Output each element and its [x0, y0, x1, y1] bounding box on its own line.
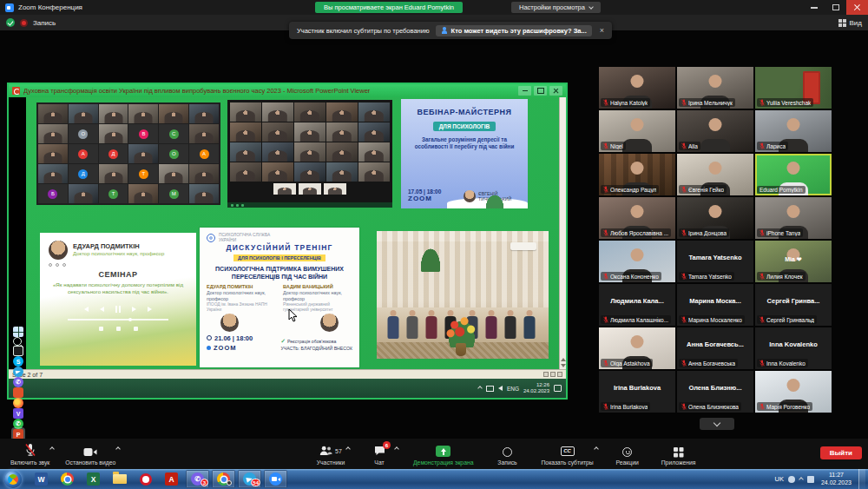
gallery-cell [128, 104, 158, 123]
plant-decoration [418, 244, 443, 272]
gallery-cell: В [128, 124, 158, 143]
ppt-window-title: Духовна трансформація освіти України під… [23, 87, 515, 95]
record-button[interactable]: Запись [485, 441, 529, 466]
participants-button[interactable]: 57 Участники [309, 441, 352, 466]
language-indicator[interactable]: UK [775, 475, 784, 483]
muted-mic-icon [760, 99, 765, 106]
gallery-cell: О [69, 124, 98, 143]
muted-mic-icon [681, 316, 687, 323]
participant-tile[interactable]: Любов Ярославівна ... [599, 197, 675, 239]
taskbar-app-icon[interactable] [108, 470, 131, 488]
participant-tile[interactable]: Сергей Гринва... Сергей Гринвальд [755, 284, 832, 326]
tray-volume-icon[interactable] [807, 476, 814, 483]
muted-mic-icon [603, 273, 608, 280]
participant-name-label: Анна Богачевська [679, 359, 738, 367]
close-button[interactable] [846, 0, 868, 15]
participant-tile[interactable]: Ірина Мельничук [677, 67, 753, 109]
toast-close-icon[interactable]: × [600, 26, 604, 35]
reactions-button[interactable]: Реакции [606, 441, 649, 466]
taskbar-app-icon[interactable]: ✆ 3 [186, 470, 209, 488]
participant-tile[interactable]: iPhone Tanya [755, 197, 832, 239]
video-options-chevron-icon[interactable] [115, 446, 121, 452]
view-button[interactable]: Вид [838, 19, 862, 27]
gallery-cell [294, 102, 326, 122]
participant-name-label: Сергей Гринвальд [757, 315, 817, 324]
training-speaker2-name: ВАДИМ ВАНИЦЬКИЙ [283, 284, 352, 289]
participants-gallery: Halyna Katolyk Ірина Мельничук [599, 67, 832, 413]
remote-app-icon: V [13, 408, 23, 419]
zoom-app-icon [5, 3, 14, 12]
participant-name-label: Олена Близнюкова [679, 402, 741, 411]
webinar-poster: ВЕБІНАР-МАЙСТЕРНЯ ДЛЯ ПСИХОЛОГІВ Загальн… [401, 99, 528, 208]
unmute-button[interactable]: Включить звук [3, 441, 56, 466]
taskbar-app-icon[interactable]: 54 [238, 470, 261, 488]
gallery-next-page-button[interactable] [700, 418, 734, 430]
tray-expand-icon[interactable] [799, 477, 804, 482]
remote-app-icon [13, 337, 22, 346]
muted-mic-icon [603, 229, 608, 236]
start-button[interactable] [4, 471, 22, 488]
taskbar-app-icon[interactable] [264, 470, 287, 488]
participant-tile[interactable]: Alla [677, 110, 753, 152]
participants-chevron-icon[interactable] [345, 446, 351, 452]
participant-tile[interactable]: Nigel [599, 110, 675, 152]
participant-tile[interactable]: Inna Kovalenko Inna Kovalenko [755, 327, 832, 369]
participant-tile[interactable]: Лариса [755, 110, 832, 152]
maximize-button[interactable] [825, 0, 846, 15]
minimize-button[interactable] [803, 0, 825, 15]
participant-name-label: Людмила Калашніко... [601, 315, 671, 324]
captions-chevron-icon[interactable] [594, 446, 599, 452]
participant-tile[interactable]: Оксана Кононенко [599, 241, 675, 282]
mouse-cursor-icon [288, 309, 298, 322]
participant-tile[interactable]: Марина Моска... Марина Москаленко [677, 284, 753, 326]
participant-tile[interactable]: Анна Богачевсь... Анна Богачевська [677, 327, 753, 369]
view-settings-button[interactable]: Настройки просмотра [511, 2, 601, 13]
taskbar-app-icon[interactable] [134, 470, 157, 488]
remote-language-indicator: ENG [507, 386, 519, 392]
participant-tile[interactable]: Марія Роговенко [755, 371, 832, 413]
taskbar-app-icon[interactable] [56, 470, 79, 488]
participant-tile[interactable]: Irina Burlakova Irina Burlakova [599, 371, 675, 413]
participant-tile[interactable]: Mia ❤ Лилия Клочек [755, 241, 832, 282]
participant-tile[interactable]: Олена Близню... Олена Близнюкова [677, 371, 753, 413]
participant-tile[interactable]: Олександр Рацул [599, 154, 675, 195]
taskbar-clock[interactable]: 11:27 24.02.2023 [821, 472, 852, 487]
chat-chevron-icon[interactable] [394, 446, 399, 452]
participant-tile[interactable]: Eduard Pomytkin [755, 154, 832, 195]
webinar-speaker-photo [464, 190, 476, 202]
tray-network-icon[interactable] [788, 476, 795, 483]
muted-mic-icon [681, 273, 687, 280]
show-desktop-button[interactable] [858, 469, 865, 489]
participant-display-name: Людмила Кала... [599, 284, 675, 317]
participant-tile[interactable]: Євгенія Гейко [677, 154, 753, 195]
participant-tile[interactable]: Yuliia Vereshchak [755, 67, 832, 109]
taskbar-app-icon[interactable]: A [160, 470, 183, 488]
share-screen-button[interactable]: Демонстрация экрана [406, 441, 480, 466]
encryption-shield-icon [6, 18, 15, 27]
taskbar-app-icon[interactable]: W [30, 470, 53, 488]
webinar-datetime: 17.05 | 18:00 [408, 188, 441, 195]
taskbar-app-icon[interactable]: X [82, 470, 105, 488]
participant-tile[interactable]: Ірина Донцова [677, 197, 753, 239]
gallery-cell [128, 144, 158, 163]
participant-name-label: Olga Astakhova [601, 359, 653, 367]
ppt-view-buttons [543, 372, 562, 377]
captions-button[interactable]: CC Показать субтитры [534, 441, 600, 466]
participant-tile[interactable]: Tamara Yatsenko Tamara Yatsenko [677, 241, 753, 282]
transcript-visibility-link[interactable]: Кто может видеть эту расшифровку? За... [436, 25, 592, 36]
participant-tile[interactable]: Людмила Кала... Людмила Калашніко... [599, 284, 675, 326]
audio-options-chevron-icon[interactable] [49, 446, 55, 452]
training-poster: ПСИХОЛОГІЧНА СЛУЖБА УКРАЇНИ ДИСКУСІЙНИЙ … [200, 228, 359, 367]
ppt-minimize-icon [518, 86, 531, 96]
leave-meeting-button[interactable]: Выйти [820, 446, 862, 459]
chat-button[interactable]: 6 Чат [358, 441, 401, 466]
participant-tile[interactable]: Olga Astakhova [599, 327, 675, 369]
muted-mic-icon [760, 229, 765, 236]
person-icon [441, 27, 448, 34]
participant-name-label: Tamara Yatsenko [679, 272, 734, 281]
muted-mic-icon [681, 403, 687, 410]
apps-button[interactable]: Приложения [654, 441, 703, 466]
participant-tile[interactable]: Halyna Katolyk [599, 67, 675, 109]
stop-video-button[interactable]: Остановить видео [58, 441, 122, 466]
taskbar-app-icon[interactable] [212, 470, 235, 488]
